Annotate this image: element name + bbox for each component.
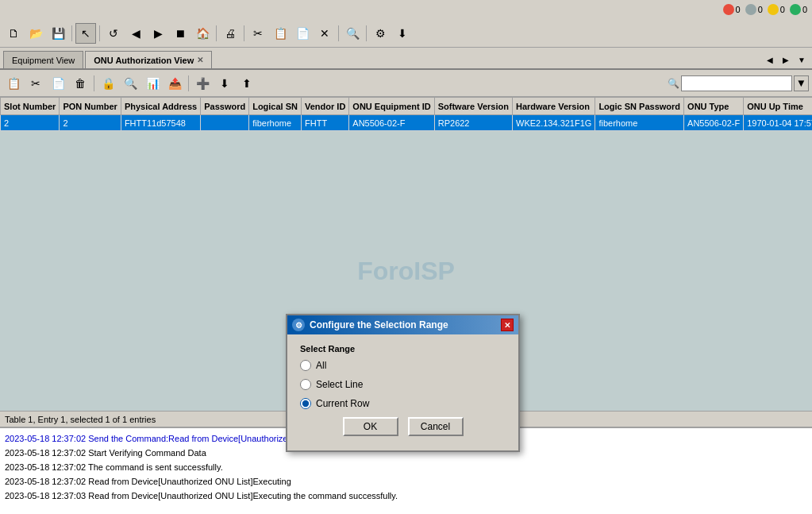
tb2-down-button[interactable]: ⬇	[214, 73, 235, 94]
stop-button[interactable]: ⏹	[170, 23, 190, 44]
modal-title: Configure the Selection Range	[310, 319, 448, 330]
tab-equipment-view[interactable]: Equipment View	[3, 51, 83, 68]
tb2-lock-button[interactable]: 🔒	[98, 73, 118, 94]
copy-button[interactable]: 📋	[270, 23, 291, 44]
tab-equipment-view-label: Equipment View	[12, 56, 75, 65]
radio-option-all[interactable]: All	[300, 360, 506, 371]
col-logical-sn: Logical SN	[249, 98, 302, 115]
tab-nav-prev[interactable]: ◀	[763, 52, 777, 67]
find-button[interactable]: 🔍	[342, 23, 363, 44]
modal-configure-selection-range: ⚙ Configure the Selection Range ✕ Select…	[286, 314, 520, 452]
modal-group-label: Select Range	[300, 344, 506, 354]
gray-dot	[745, 4, 756, 15]
cut-button[interactable]: ✂	[248, 23, 268, 44]
radio-option-current-row[interactable]: Current Row	[300, 398, 506, 409]
paste-button[interactable]: 📄	[292, 23, 313, 44]
modal-icon: ⚙	[292, 319, 305, 331]
tb2-paste-button[interactable]: 📄	[48, 73, 68, 94]
tb2-chart-button[interactable]: 📊	[142, 73, 163, 94]
radio-all-input[interactable]	[300, 360, 311, 371]
modal-close-button[interactable]: ✕	[501, 319, 514, 331]
tb2-cut-button[interactable]: ✂	[25, 73, 46, 94]
tab-close-icon[interactable]: ✕	[197, 56, 203, 64]
table-cell: FHTT	[302, 115, 349, 131]
col-onu-up-time: ONU Up Time	[744, 98, 812, 115]
log-line: 2023-05-18 12:37:02 Read from Device[Una…	[5, 474, 807, 489]
modal-cancel-button[interactable]: Cancel	[408, 417, 464, 436]
forward-button[interactable]: ▶	[148, 23, 168, 44]
radio-select-line-label: Select Line	[316, 379, 363, 390]
tb2-export-button[interactable]: 📤	[164, 73, 185, 94]
refresh-button[interactable]: ↺	[103, 23, 124, 44]
traffic-red: 0	[723, 4, 741, 15]
sep2	[99, 25, 100, 41]
download-button[interactable]: ⬇	[392, 23, 413, 44]
red-count: 0	[736, 5, 741, 14]
tab-bar: Equipment View ONU Authorization View ✕ …	[0, 48, 812, 70]
traffic-yellow: 0	[768, 4, 785, 15]
tab-onu-authorization-view[interactable]: ONU Authorization View ✕	[85, 51, 212, 68]
traffic-lights: 0 0 0 0	[723, 4, 808, 15]
cursor-button[interactable]: ↖	[75, 23, 96, 44]
search-box: 🔍 ▼	[668, 75, 809, 91]
col-slot-number: Slot Number	[1, 98, 60, 115]
green-dot	[790, 4, 801, 15]
data-table: Slot Number PON Number Physical Address …	[0, 97, 812, 131]
table-cell	[201, 115, 249, 131]
tab-nav-menu[interactable]: ▼	[795, 52, 809, 67]
traffic-gray: 0	[745, 4, 763, 15]
delete-button[interactable]: ✕	[314, 23, 335, 44]
tb2-find-button[interactable]: 🔍	[120, 73, 140, 94]
print-button[interactable]: 🖨	[220, 23, 241, 44]
log-line: 2023-05-18 12:37:03 Read from Device[Una…	[5, 489, 807, 503]
tb2-add2-button[interactable]: ➕	[192, 73, 213, 94]
green-count: 0	[802, 5, 807, 14]
search-icon: 🔍	[668, 78, 679, 89]
back-button[interactable]: ◀	[125, 23, 146, 44]
sep4	[244, 25, 244, 41]
table-cell: 2	[60, 115, 121, 131]
settings-button[interactable]: ⚙	[370, 23, 391, 44]
open-button[interactable]: 📂	[25, 23, 46, 44]
sep1	[71, 25, 72, 41]
col-password: Password	[201, 98, 249, 115]
status-text: Table 1, Entry 1, selected 1 of 1 entrie…	[5, 415, 156, 424]
sep6	[366, 25, 367, 41]
tb2-del-button[interactable]: 🗑	[70, 73, 90, 94]
yellow-count: 0	[780, 5, 785, 14]
radio-option-select-line[interactable]: Select Line	[300, 379, 506, 390]
new-button[interactable]: 🗋	[3, 23, 24, 44]
radio-select-line-input[interactable]	[300, 379, 311, 390]
yellow-dot	[768, 4, 779, 15]
sep7	[94, 75, 94, 91]
col-pon-number: PON Number	[60, 98, 121, 115]
tab-onu-authorization-view-label: ONU Authorization View	[94, 56, 194, 65]
radio-current-row-input[interactable]	[300, 398, 311, 409]
red-dot	[723, 4, 734, 15]
sep3	[216, 25, 217, 41]
tb2-up-button[interactable]: ⬆	[237, 73, 257, 94]
table-cell: WKE2.134.321F1G	[513, 115, 595, 131]
table-cell: fiberhome	[595, 115, 684, 131]
table-cell: RP2622	[434, 115, 512, 131]
table-cell: fiberhome	[249, 115, 302, 131]
gray-count: 0	[758, 5, 763, 14]
data-table-section: Slot Number PON Number Physical Address …	[0, 97, 812, 131]
search-dropdown-button[interactable]: ▼	[794, 75, 809, 91]
table-cell: AN5506-02-F	[349, 115, 434, 131]
tb2-add-button[interactable]: 📋	[3, 73, 24, 94]
modal-buttons: OK Cancel	[300, 417, 506, 441]
tab-nav-next[interactable]: ▶	[779, 52, 793, 67]
log-line: 2023-05-18 12:37:02 The command is sent …	[5, 460, 807, 474]
table-header-row: Slot Number PON Number Physical Address …	[1, 98, 813, 115]
search-input[interactable]	[681, 75, 792, 91]
save-button[interactable]: 💾	[48, 23, 68, 44]
table-row[interactable]: 22FHTT11d57548fiberhomeFHTTAN5506-02-FRP…	[1, 115, 813, 131]
home-button[interactable]: 🏠	[192, 23, 213, 44]
table-cell: 2	[1, 115, 60, 131]
radio-all-label: All	[316, 360, 326, 371]
modal-ok-button[interactable]: OK	[343, 417, 398, 436]
traffic-green: 0	[790, 4, 807, 15]
col-software-version: Software Version	[434, 98, 512, 115]
col-onu-type: ONU Type	[684, 98, 744, 115]
